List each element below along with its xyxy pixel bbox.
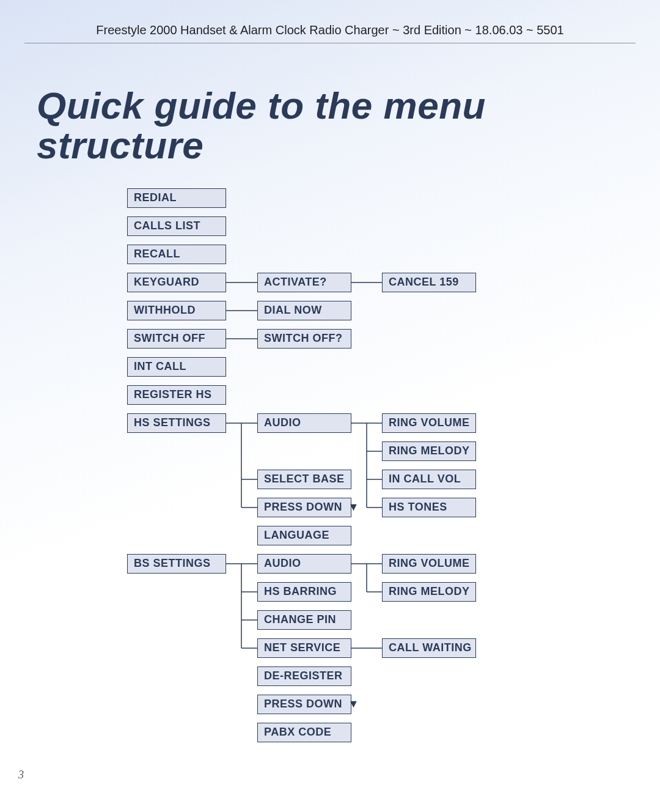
connector-lines <box>0 183 660 715</box>
menu-bs-settings: BS SETTINGS <box>127 554 226 574</box>
press-down-label: PRESS DOWN <box>264 501 346 513</box>
press-down-label-2: PRESS DOWN <box>264 698 346 710</box>
down-arrow-icon: ▼ <box>348 498 359 515</box>
menu-int-call: INT CALL <box>127 357 226 377</box>
menu-ring-melody: RING MELODY <box>382 441 476 461</box>
menu-hs-tones: HS TONES <box>382 498 476 517</box>
menu-recall: RECALL <box>127 245 226 264</box>
document-page: Freestyle 2000 Handset & Alarm Clock Rad… <box>0 0 660 812</box>
menu-pabx-code: PABX CODE <box>257 723 351 742</box>
document-header: Freestyle 2000 Handset & Alarm Clock Rad… <box>0 23 660 37</box>
header-rule <box>24 43 636 43</box>
menu-hs-barring: HS BARRING <box>257 582 351 602</box>
page-number: 3 <box>18 769 24 781</box>
menu-switch-off-q: SWITCH OFF? <box>257 329 351 349</box>
down-arrow-icon: ▼ <box>348 695 359 712</box>
menu-net-service: NET SERVICE <box>257 638 351 658</box>
menu-bs-ring-vol: RING VOLUME <box>382 554 476 574</box>
menu-redial: REDIAL <box>127 188 226 208</box>
menu-in-call-vol: IN CALL VOL <box>382 470 476 489</box>
menu-activate: ACTIVATE? <box>257 273 351 292</box>
menu-select-base: SELECT BASE <box>257 470 351 489</box>
menu-call-waiting: CALL WAITING <box>382 638 476 658</box>
menu-bs-ring-mel: RING MELODY <box>382 582 476 602</box>
menu-de-register: DE-REGISTER <box>257 666 351 686</box>
menu-dial-now: DIAL NOW <box>257 301 351 320</box>
menu-change-pin: CHANGE PIN <box>257 610 351 630</box>
menu-language: LANGUAGE <box>257 526 351 545</box>
menu-hs-settings: HS SETTINGS <box>127 413 226 433</box>
menu-hs-audio: AUDIO <box>257 413 351 433</box>
page-title: Quick guide to the menu structure <box>37 86 636 165</box>
menu-cancel-159: CANCEL 159 <box>382 273 476 292</box>
menu-ring-volume: RING VOLUME <box>382 413 476 433</box>
menu-withhold: WITHHOLD <box>127 301 226 320</box>
menu-press-down-2: PRESS DOWN ▼ <box>257 695 351 714</box>
menu-register-hs: REGISTER HS <box>127 385 226 405</box>
menu-bs-audio: AUDIO <box>257 554 351 574</box>
menu-calls-list: CALLS LIST <box>127 216 226 236</box>
menu-press-down-1: PRESS DOWN ▼ <box>257 498 351 517</box>
menu-diagram: REDIAL CALLS LIST RECALL KEYGUARD ACTIVA… <box>0 183 660 715</box>
menu-switch-off: SWITCH OFF <box>127 329 226 349</box>
menu-keyguard: KEYGUARD <box>127 273 226 292</box>
